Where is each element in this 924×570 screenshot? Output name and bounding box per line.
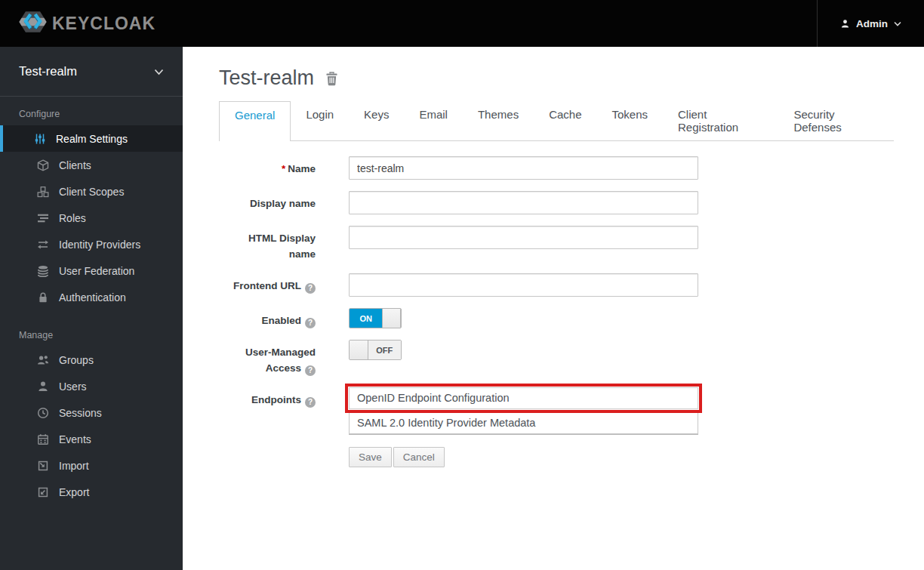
user-managed-access-label: User-Managed Access?	[219, 340, 316, 376]
form-row-display-name: Display name	[219, 191, 894, 214]
realm-title: Test-realm	[219, 66, 314, 90]
sidebar-item-client-scopes[interactable]: Client Scopes	[0, 178, 183, 205]
exchange-arrows-icon	[37, 239, 49, 251]
frontend-url-label: Frontend URL?	[219, 273, 316, 297]
sidebar-item-authentication[interactable]: Authentication	[0, 284, 183, 310]
form-row-enabled: Enabled? ON	[219, 308, 894, 328]
clock-icon	[37, 407, 49, 419]
cube-icon	[37, 159, 49, 171]
caret-down-icon	[894, 21, 901, 26]
enabled-toggle[interactable]: ON	[349, 308, 402, 328]
sidebar-item-label: Authentication	[59, 291, 126, 303]
form-row-user-managed-access: User-Managed Access? OFF	[219, 340, 894, 376]
calendar-icon	[37, 433, 49, 445]
form-row-html-display-name: HTML Display name	[219, 226, 894, 262]
endpoints-label: Endpoints?	[219, 387, 316, 434]
required-marker: *	[282, 163, 285, 174]
sidebar-item-label: Client Scopes	[59, 186, 124, 198]
sidebar-item-label: Groups	[59, 354, 94, 366]
form-actions: Save Cancel	[349, 447, 894, 467]
list-icon	[37, 212, 49, 224]
cancel-button[interactable]: Cancel	[393, 447, 445, 467]
sidebar-item-users[interactable]: Users	[0, 373, 183, 399]
sidebar-item-label: Clients	[59, 159, 91, 171]
sidebar-section-configure: Configure	[0, 109, 183, 119]
toggle-handle	[382, 309, 401, 328]
tab-general[interactable]: General	[219, 101, 291, 141]
sidebar-item-clients[interactable]: Clients	[0, 152, 183, 178]
tab-themes[interactable]: Themes	[463, 101, 534, 140]
display-name-label: Display name	[219, 191, 316, 214]
tab-login[interactable]: Login	[291, 101, 349, 140]
tab-keys[interactable]: Keys	[349, 101, 404, 140]
sidebar-item-label: Import	[59, 460, 89, 472]
page-title: Test-realm	[219, 66, 894, 90]
sidebar-section-manage: Manage	[0, 330, 183, 340]
sidebar-item-label: User Federation	[59, 265, 134, 277]
form-row-frontend-url: Frontend URL?	[219, 273, 894, 297]
brand-text: KEYCLOAK	[52, 14, 156, 34]
sidebar-item-label: Export	[59, 486, 89, 498]
sidebar-item-sessions[interactable]: Sessions	[0, 399, 183, 426]
form-row-name: *Name	[219, 156, 894, 180]
export-icon	[37, 486, 49, 498]
sidebar-item-identity-providers[interactable]: Identity Providers	[0, 231, 183, 257]
tab-email[interactable]: Email	[404, 101, 463, 140]
help-icon[interactable]: ?	[305, 397, 316, 408]
group-icon	[37, 354, 49, 366]
tab-bar: General Login Keys Email Themes Cache To…	[219, 101, 894, 141]
help-icon[interactable]: ?	[305, 283, 316, 294]
frontend-url-input[interactable]	[349, 273, 698, 297]
name-label: *Name	[219, 156, 316, 180]
html-display-name-label: HTML Display name	[219, 226, 316, 262]
user-icon	[37, 381, 49, 393]
sliders-icon	[34, 133, 46, 145]
sidebar-item-label: Realm Settings	[56, 133, 128, 145]
tab-security-defenses[interactable]: Security Defenses	[778, 101, 894, 140]
name-input[interactable]	[349, 156, 698, 180]
sidebar: Test-realm Configure Realm Settings	[0, 47, 183, 570]
openid-endpoint-link[interactable]: OpenID Endpoint Configuration	[349, 387, 698, 409]
help-icon[interactable]: ?	[305, 318, 316, 328]
toggle-on-label: ON	[350, 309, 382, 328]
sidebar-item-label: Sessions	[59, 407, 102, 419]
user-icon	[840, 19, 850, 29]
sidebar-item-roles[interactable]: Roles	[0, 205, 183, 231]
lock-icon	[37, 291, 49, 303]
sidebar-item-label: Roles	[59, 212, 86, 224]
realm-selector[interactable]: Test-realm	[0, 47, 183, 97]
sidebar-item-label: Events	[59, 433, 91, 445]
saml-metadata-link[interactable]: SAML 2.0 Identity Provider Metadata	[349, 413, 698, 434]
tab-client-registration[interactable]: Client Registration	[663, 101, 778, 140]
top-bar: KEYCLOAK Admin	[0, 0, 924, 47]
toggle-handle	[350, 340, 368, 359]
keycloak-logo-icon	[19, 10, 47, 37]
trash-icon[interactable]	[325, 71, 339, 86]
cubes-icon	[37, 186, 49, 198]
enabled-label: Enabled?	[219, 308, 316, 328]
sidebar-item-groups[interactable]: Groups	[0, 347, 183, 373]
highlight-box: OpenID Endpoint Configuration	[345, 384, 702, 413]
help-icon[interactable]: ?	[305, 365, 316, 376]
sidebar-item-events[interactable]: Events	[0, 426, 183, 452]
toggle-off-label: OFF	[368, 340, 401, 359]
keycloak-brand[interactable]: KEYCLOAK	[0, 10, 156, 37]
save-button[interactable]: Save	[349, 447, 392, 467]
sidebar-item-user-federation[interactable]: User Federation	[0, 257, 183, 284]
tab-tokens[interactable]: Tokens	[597, 101, 664, 140]
user-managed-access-toggle[interactable]: OFF	[349, 340, 402, 360]
sidebar-item-label: Users	[59, 381, 87, 393]
sidebar-item-realm-settings[interactable]: Realm Settings	[0, 125, 183, 152]
user-menu-label: Admin	[856, 18, 888, 29]
sidebar-item-export[interactable]: Export	[0, 479, 183, 505]
sidebar-item-import[interactable]: Import	[0, 452, 183, 479]
chevron-down-icon	[154, 64, 164, 79]
main-content: Test-realm General Login Keys Email Them…	[183, 47, 924, 570]
html-display-name-input[interactable]	[349, 226, 698, 249]
import-icon	[37, 460, 49, 472]
user-menu[interactable]: Admin	[817, 0, 924, 47]
realm-selector-label: Test-realm	[19, 64, 77, 79]
database-icon	[37, 265, 49, 277]
display-name-input[interactable]	[349, 191, 698, 214]
tab-cache[interactable]: Cache	[534, 101, 596, 140]
